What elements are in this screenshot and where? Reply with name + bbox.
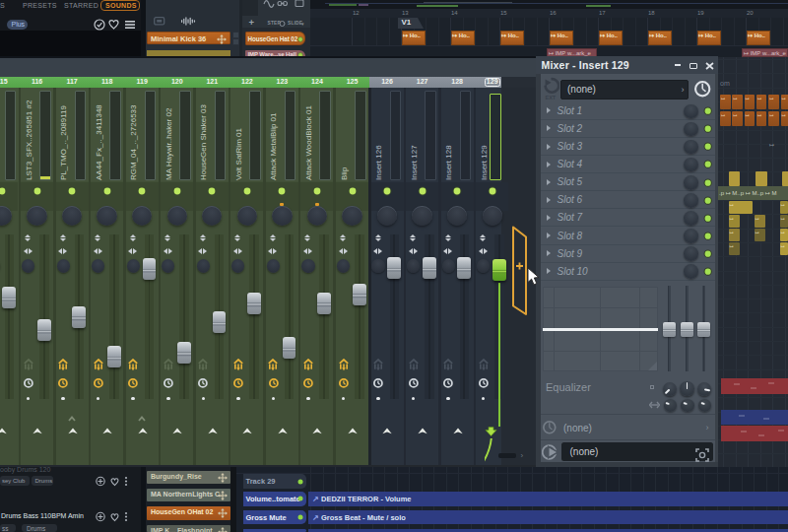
- svg-text:EXT: EXT: [546, 95, 557, 100]
